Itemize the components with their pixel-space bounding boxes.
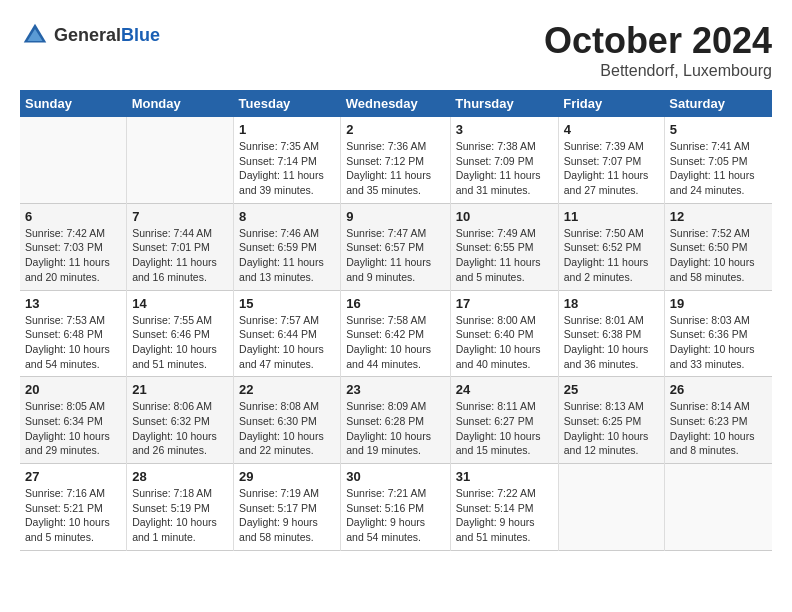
title-area: October 2024 Bettendorf, Luxembourg [544, 20, 772, 80]
day-detail: Sunrise: 7:53 AM Sunset: 6:48 PM Dayligh… [25, 313, 121, 372]
day-detail: Sunrise: 7:46 AM Sunset: 6:59 PM Dayligh… [239, 226, 335, 285]
weekday-header-saturday: Saturday [664, 90, 772, 117]
day-number: 30 [346, 469, 444, 484]
day-detail: Sunrise: 7:38 AM Sunset: 7:09 PM Dayligh… [456, 139, 553, 198]
day-detail: Sunrise: 7:41 AM Sunset: 7:05 PM Dayligh… [670, 139, 767, 198]
day-number: 24 [456, 382, 553, 397]
weekday-header-thursday: Thursday [450, 90, 558, 117]
day-cell: 26Sunrise: 8:14 AM Sunset: 6:23 PM Dayli… [664, 377, 772, 464]
day-cell: 15Sunrise: 7:57 AM Sunset: 6:44 PM Dayli… [234, 290, 341, 377]
day-number: 1 [239, 122, 335, 137]
day-number: 23 [346, 382, 444, 397]
day-number: 12 [670, 209, 767, 224]
day-cell: 5Sunrise: 7:41 AM Sunset: 7:05 PM Daylig… [664, 117, 772, 203]
day-cell: 11Sunrise: 7:50 AM Sunset: 6:52 PM Dayli… [558, 203, 664, 290]
week-row-1: 1Sunrise: 7:35 AM Sunset: 7:14 PM Daylig… [20, 117, 772, 203]
weekday-header-wednesday: Wednesday [341, 90, 450, 117]
page-header: GeneralBlue October 2024 Bettendorf, Lux… [20, 20, 772, 80]
day-detail: Sunrise: 8:03 AM Sunset: 6:36 PM Dayligh… [670, 313, 767, 372]
week-row-3: 13Sunrise: 7:53 AM Sunset: 6:48 PM Dayli… [20, 290, 772, 377]
day-cell: 31Sunrise: 7:22 AM Sunset: 5:14 PM Dayli… [450, 464, 558, 551]
day-cell: 7Sunrise: 7:44 AM Sunset: 7:01 PM Daylig… [127, 203, 234, 290]
day-cell: 18Sunrise: 8:01 AM Sunset: 6:38 PM Dayli… [558, 290, 664, 377]
day-cell: 28Sunrise: 7:18 AM Sunset: 5:19 PM Dayli… [127, 464, 234, 551]
day-cell: 10Sunrise: 7:49 AM Sunset: 6:55 PM Dayli… [450, 203, 558, 290]
day-detail: Sunrise: 8:05 AM Sunset: 6:34 PM Dayligh… [25, 399, 121, 458]
weekday-header-friday: Friday [558, 90, 664, 117]
day-detail: Sunrise: 7:36 AM Sunset: 7:12 PM Dayligh… [346, 139, 444, 198]
day-detail: Sunrise: 8:09 AM Sunset: 6:28 PM Dayligh… [346, 399, 444, 458]
day-number: 26 [670, 382, 767, 397]
weekday-header-monday: Monday [127, 90, 234, 117]
calendar-table: SundayMondayTuesdayWednesdayThursdayFrid… [20, 90, 772, 551]
day-number: 21 [132, 382, 228, 397]
day-number: 15 [239, 296, 335, 311]
day-cell: 21Sunrise: 8:06 AM Sunset: 6:32 PM Dayli… [127, 377, 234, 464]
day-detail: Sunrise: 8:01 AM Sunset: 6:38 PM Dayligh… [564, 313, 659, 372]
weekday-header-sunday: Sunday [20, 90, 127, 117]
day-number: 17 [456, 296, 553, 311]
day-number: 29 [239, 469, 335, 484]
day-cell: 25Sunrise: 8:13 AM Sunset: 6:25 PM Dayli… [558, 377, 664, 464]
day-cell: 19Sunrise: 8:03 AM Sunset: 6:36 PM Dayli… [664, 290, 772, 377]
day-number: 4 [564, 122, 659, 137]
day-detail: Sunrise: 7:22 AM Sunset: 5:14 PM Dayligh… [456, 486, 553, 545]
day-detail: Sunrise: 7:49 AM Sunset: 6:55 PM Dayligh… [456, 226, 553, 285]
day-cell: 29Sunrise: 7:19 AM Sunset: 5:17 PM Dayli… [234, 464, 341, 551]
day-cell: 20Sunrise: 8:05 AM Sunset: 6:34 PM Dayli… [20, 377, 127, 464]
day-number: 27 [25, 469, 121, 484]
logo: GeneralBlue [20, 20, 160, 50]
day-detail: Sunrise: 7:58 AM Sunset: 6:42 PM Dayligh… [346, 313, 444, 372]
day-cell: 27Sunrise: 7:16 AM Sunset: 5:21 PM Dayli… [20, 464, 127, 551]
day-number: 7 [132, 209, 228, 224]
day-number: 14 [132, 296, 228, 311]
day-cell: 30Sunrise: 7:21 AM Sunset: 5:16 PM Dayli… [341, 464, 450, 551]
day-cell: 24Sunrise: 8:11 AM Sunset: 6:27 PM Dayli… [450, 377, 558, 464]
day-cell: 17Sunrise: 8:00 AM Sunset: 6:40 PM Dayli… [450, 290, 558, 377]
day-number: 5 [670, 122, 767, 137]
day-detail: Sunrise: 8:13 AM Sunset: 6:25 PM Dayligh… [564, 399, 659, 458]
week-row-4: 20Sunrise: 8:05 AM Sunset: 6:34 PM Dayli… [20, 377, 772, 464]
day-number: 20 [25, 382, 121, 397]
day-detail: Sunrise: 7:50 AM Sunset: 6:52 PM Dayligh… [564, 226, 659, 285]
weekday-header-row: SundayMondayTuesdayWednesdayThursdayFrid… [20, 90, 772, 117]
day-number: 19 [670, 296, 767, 311]
day-cell [127, 117, 234, 203]
logo-icon [20, 20, 50, 50]
day-cell: 3Sunrise: 7:38 AM Sunset: 7:09 PM Daylig… [450, 117, 558, 203]
day-cell: 4Sunrise: 7:39 AM Sunset: 7:07 PM Daylig… [558, 117, 664, 203]
day-number: 18 [564, 296, 659, 311]
day-cell: 6Sunrise: 7:42 AM Sunset: 7:03 PM Daylig… [20, 203, 127, 290]
day-cell: 1Sunrise: 7:35 AM Sunset: 7:14 PM Daylig… [234, 117, 341, 203]
month-title: October 2024 [544, 20, 772, 62]
day-cell [20, 117, 127, 203]
weekday-header-tuesday: Tuesday [234, 90, 341, 117]
day-detail: Sunrise: 8:06 AM Sunset: 6:32 PM Dayligh… [132, 399, 228, 458]
day-detail: Sunrise: 8:08 AM Sunset: 6:30 PM Dayligh… [239, 399, 335, 458]
day-cell: 12Sunrise: 7:52 AM Sunset: 6:50 PM Dayli… [664, 203, 772, 290]
day-detail: Sunrise: 7:52 AM Sunset: 6:50 PM Dayligh… [670, 226, 767, 285]
day-detail: Sunrise: 8:11 AM Sunset: 6:27 PM Dayligh… [456, 399, 553, 458]
day-detail: Sunrise: 8:14 AM Sunset: 6:23 PM Dayligh… [670, 399, 767, 458]
day-detail: Sunrise: 7:39 AM Sunset: 7:07 PM Dayligh… [564, 139, 659, 198]
day-number: 13 [25, 296, 121, 311]
day-detail: Sunrise: 7:42 AM Sunset: 7:03 PM Dayligh… [25, 226, 121, 285]
week-row-2: 6Sunrise: 7:42 AM Sunset: 7:03 PM Daylig… [20, 203, 772, 290]
day-cell: 23Sunrise: 8:09 AM Sunset: 6:28 PM Dayli… [341, 377, 450, 464]
day-detail: Sunrise: 7:55 AM Sunset: 6:46 PM Dayligh… [132, 313, 228, 372]
day-cell: 14Sunrise: 7:55 AM Sunset: 6:46 PM Dayli… [127, 290, 234, 377]
day-number: 2 [346, 122, 444, 137]
day-cell [558, 464, 664, 551]
day-number: 25 [564, 382, 659, 397]
day-number: 10 [456, 209, 553, 224]
day-detail: Sunrise: 7:44 AM Sunset: 7:01 PM Dayligh… [132, 226, 228, 285]
day-detail: Sunrise: 7:16 AM Sunset: 5:21 PM Dayligh… [25, 486, 121, 545]
week-row-5: 27Sunrise: 7:16 AM Sunset: 5:21 PM Dayli… [20, 464, 772, 551]
day-number: 28 [132, 469, 228, 484]
day-cell: 22Sunrise: 8:08 AM Sunset: 6:30 PM Dayli… [234, 377, 341, 464]
day-cell: 16Sunrise: 7:58 AM Sunset: 6:42 PM Dayli… [341, 290, 450, 377]
day-number: 3 [456, 122, 553, 137]
day-cell [664, 464, 772, 551]
day-cell: 13Sunrise: 7:53 AM Sunset: 6:48 PM Dayli… [20, 290, 127, 377]
day-detail: Sunrise: 7:47 AM Sunset: 6:57 PM Dayligh… [346, 226, 444, 285]
